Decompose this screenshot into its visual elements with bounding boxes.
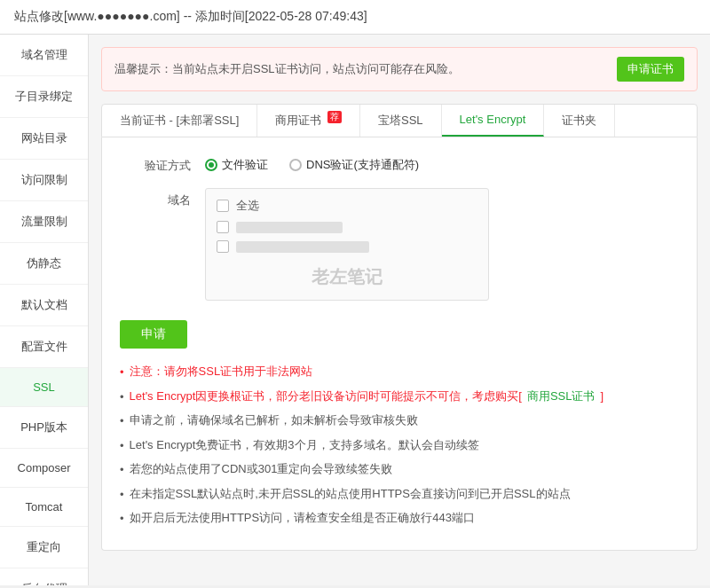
verify-radio-group: 文件验证 DNS验证(支持通配符) xyxy=(205,153,419,173)
sidebar-item-ssl[interactable]: SSL xyxy=(0,368,88,407)
sidebar-item-tomcat[interactable]: Tomcat xyxy=(0,488,88,527)
notes-section: 注意：请勿将SSL证书用于非法网站 Let's Encrypt因更换根证书，部分… xyxy=(120,363,679,528)
note-6: 在未指定SSL默认站点时,未开启SSL的站点使用HTTPS会直接访问到已开启SS… xyxy=(120,485,679,504)
main-content: 温馨提示：当前站点未开启SSL证书访问，站点访问可能存在风险。 申请证书 当前证… xyxy=(89,35,710,585)
sidebar-item-subdir-binding[interactable]: 子目录绑定 xyxy=(0,76,88,118)
verify-label: 验证方式 xyxy=(120,153,191,174)
domain-label: 域名 xyxy=(120,188,191,208)
dns-verify-radio[interactable] xyxy=(289,159,302,171)
tab-commercial-cert[interactable]: 商用证书 荐 xyxy=(257,105,360,137)
sidebar-item-traffic-limit[interactable]: 流量限制 xyxy=(0,201,88,243)
sidebar-item-domain-management[interactable]: 域名管理 xyxy=(0,35,88,76)
file-verify-radio[interactable] xyxy=(205,159,217,171)
sidebar-item-access-restriction[interactable]: 访问限制 xyxy=(0,160,88,201)
tab-baota-ssl[interactable]: 宝塔SSL xyxy=(360,105,442,137)
domain-item-2-row[interactable] xyxy=(217,240,477,253)
file-verify-label: 文件验证 xyxy=(222,157,268,173)
domain-1-text xyxy=(236,222,343,233)
domain-2-checkbox[interactable] xyxy=(217,240,229,253)
dns-verify-label: DNS验证(支持通配符) xyxy=(306,157,419,173)
apply-cert-button[interactable]: 申请证书 xyxy=(617,57,684,82)
sidebar: 域名管理 子目录绑定 网站目录 访问限制 流量限制 伪静态 默认文档 配置文件 … xyxy=(0,35,89,585)
tab-panel-lets-encrypt: 验证方式 文件验证 DNS验证(支持通配符) 域名 xyxy=(101,137,698,551)
sidebar-item-pseudo-static[interactable]: 伪静态 xyxy=(0,243,88,285)
sidebar-item-php-version[interactable]: PHP版本 xyxy=(0,407,88,449)
select-all-label: 全选 xyxy=(236,198,259,214)
note-3: 申请之前，请确保域名已解析，如未解析会导致审核失败 xyxy=(120,412,679,430)
note-5: 若您的站点使用了CDN或301重定向会导致续签失败 xyxy=(120,460,679,479)
domain-box: 全选 老左笔记 xyxy=(205,188,489,301)
tab-lets-encrypt[interactable]: Let's Encrypt xyxy=(442,105,545,137)
note-2: Let's Encrypt因更换根证书，部分老旧设备访问时可能提示不可信，考虑购… xyxy=(120,388,679,406)
note-2-part2: ] xyxy=(601,388,604,405)
note-7: 如开启后无法使用HTTPS访问，请检查安全组是否正确放行443端口 xyxy=(120,509,679,528)
domain-select-all-row[interactable]: 全选 xyxy=(217,198,477,214)
tab-cert-folder[interactable]: 证书夹 xyxy=(544,105,615,137)
tabs-bar: 当前证书 - [未部署SSL] 商用证书 荐 宝塔SSL Let's Encry… xyxy=(101,104,698,137)
file-verify-option[interactable]: 文件验证 xyxy=(205,157,268,173)
warning-text: 温馨提示：当前站点未开启SSL证书访问，站点访问可能存在风险。 xyxy=(114,61,460,77)
sidebar-item-reverse-proxy[interactable]: 反向代理 xyxy=(0,568,88,585)
sidebar-item-default-document[interactable]: 默认文档 xyxy=(0,285,88,326)
commercial-cert-badge: 荐 xyxy=(327,111,342,123)
sidebar-item-config-file[interactable]: 配置文件 xyxy=(0,326,88,368)
sidebar-item-redirect[interactable]: 重定向 xyxy=(0,527,88,568)
tab-current-cert[interactable]: 当前证书 - [未部署SSL] xyxy=(102,105,257,137)
submit-apply-button[interactable]: 申请 xyxy=(120,320,187,349)
domain-1-checkbox[interactable] xyxy=(217,221,229,233)
select-all-checkbox[interactable] xyxy=(217,200,229,212)
domain-row: 域名 全选 老左笔记 xyxy=(120,188,679,301)
sidebar-item-composer[interactable]: Composer xyxy=(0,449,88,488)
title-text: 站点修改[www.●●●●●●●.com] -- 添加时间[2022-05-28… xyxy=(14,9,367,23)
domain-2-text xyxy=(236,241,369,253)
dns-verify-option[interactable]: DNS验证(支持通配符) xyxy=(289,157,419,173)
note-2-part1: Let's Encrypt因更换根证书，部分老旧设备访问时可能提示不可信，考虑购… xyxy=(130,388,522,405)
sidebar-item-website-directory[interactable]: 网站目录 xyxy=(0,118,88,160)
verify-method-row: 验证方式 文件验证 DNS验证(支持通配符) xyxy=(120,153,679,174)
warning-banner: 温馨提示：当前站点未开启SSL证书访问，站点访问可能存在风险。 申请证书 xyxy=(101,47,698,91)
title-bar: 站点修改[www.●●●●●●●.com] -- 添加时间[2022-05-28… xyxy=(0,0,710,35)
domain-item-1-row[interactable] xyxy=(217,221,477,233)
note-1: 注意：请勿将SSL证书用于非法网站 xyxy=(120,363,679,381)
note-4: Let's Encrypt免费证书，有效期3个月，支持多域名。默认会自动续签 xyxy=(120,436,679,455)
note-2-link[interactable]: 商用SSL证书 xyxy=(527,388,596,405)
watermark-text: 老左笔记 xyxy=(217,260,477,291)
